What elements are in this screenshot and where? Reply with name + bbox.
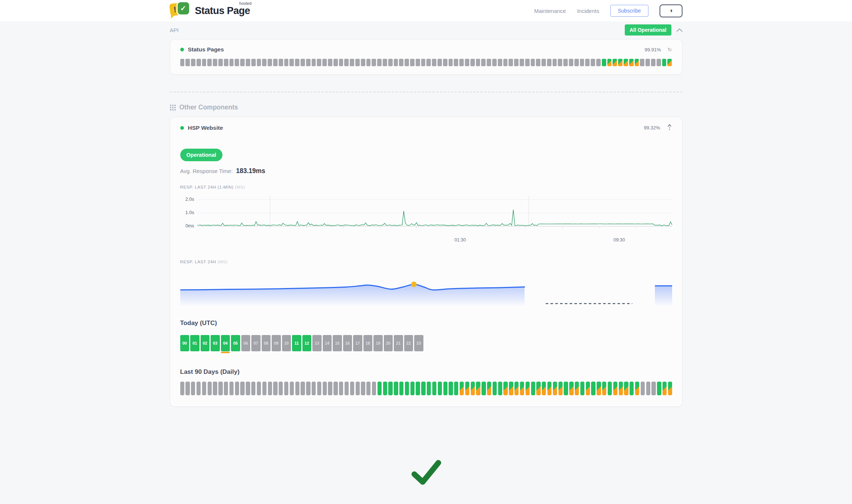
uptime-bar-nodata[interactable] — [492, 59, 497, 66]
uptime-bar-degraded[interactable] — [553, 382, 557, 395]
uptime-bar-operational[interactable] — [608, 382, 612, 395]
hour-block-08[interactable]: 08 — [262, 335, 271, 351]
uptime-bar-degraded[interactable] — [542, 382, 546, 395]
uptime-bar-nodata[interactable] — [372, 382, 376, 395]
uptime-bar-nodata[interactable] — [651, 382, 655, 395]
uptime-bar-nodata[interactable] — [591, 59, 595, 66]
hour-block-19[interactable]: 19 — [373, 335, 383, 351]
uptime-bar-nodata[interactable] — [651, 59, 655, 66]
uptime-bar-nodata[interactable] — [279, 382, 283, 395]
uptime-bar-nodata[interactable] — [355, 59, 360, 66]
uptime-bar-degraded[interactable] — [624, 59, 628, 66]
uptime-bar-degraded[interactable] — [471, 382, 475, 395]
uptime-bar-nodata[interactable] — [525, 59, 530, 66]
uptime-bar-nodata[interactable] — [596, 59, 601, 66]
hour-block-09[interactable]: 09 — [272, 335, 281, 351]
uptime-bar-nodata[interactable] — [268, 382, 272, 395]
uptime-bar-nodata[interactable] — [509, 59, 513, 66]
uptime-bar-nodata[interactable] — [399, 59, 403, 66]
uptime-bar-nodata[interactable] — [306, 382, 310, 395]
uptime-bar-degraded[interactable] — [602, 382, 606, 395]
uptime-bar-operational[interactable] — [405, 382, 409, 395]
uptime-bar-degraded[interactable] — [635, 59, 639, 66]
uptime-bar-nodata[interactable] — [301, 382, 305, 395]
uptime-bar-degraded[interactable] — [667, 59, 672, 66]
uptime-bar-nodata[interactable] — [218, 59, 223, 66]
uptime-bar-nodata[interactable] — [197, 382, 201, 395]
uptime-bar-nodata[interactable] — [224, 59, 228, 66]
uptime-bar-nodata[interactable] — [356, 382, 360, 395]
all-operational-badge[interactable]: All Operational — [625, 24, 671, 35]
uptime-bar-nodata[interactable] — [207, 59, 212, 66]
uptime-bar-nodata[interactable] — [322, 59, 327, 66]
hour-block-05[interactable]: 05 — [231, 335, 240, 351]
chevron-up-icon[interactable] — [677, 28, 682, 32]
uptime-bar-nodata[interactable] — [262, 382, 266, 395]
uptime-bar-degraded[interactable] — [613, 382, 617, 395]
uptime-bar-nodata[interactable] — [470, 59, 475, 66]
uptime-bar-nodata[interactable] — [487, 59, 491, 66]
uptime-bar-nodata[interactable] — [541, 59, 546, 66]
uptime-bar-nodata[interactable] — [547, 59, 551, 66]
uptime-bar-nodata[interactable] — [641, 382, 645, 395]
uptime-bar-operational[interactable] — [493, 382, 497, 395]
uptime-bar-operational[interactable] — [443, 382, 447, 395]
uptime-bar-nodata[interactable] — [569, 59, 573, 66]
uptime-bar-nodata[interactable] — [312, 59, 316, 66]
uptime-bar-nodata[interactable] — [301, 59, 305, 66]
uptime-bar-operational[interactable] — [657, 382, 661, 395]
uptime-bar-nodata[interactable] — [339, 382, 343, 395]
uptime-bar-nodata[interactable] — [328, 382, 332, 395]
uptime-bar-operational[interactable] — [662, 59, 667, 66]
uptime-bar-operational[interactable] — [630, 382, 634, 395]
uptime-bar-nodata[interactable] — [246, 59, 250, 66]
uptime-bar-nodata[interactable] — [208, 382, 212, 395]
uptime-bar-nodata[interactable] — [191, 382, 195, 395]
uptime-bar-nodata[interactable] — [405, 59, 409, 66]
hour-block-16[interactable]: 16 — [343, 335, 352, 351]
uptime-bar-nodata[interactable] — [520, 59, 524, 66]
uptime-bar-operational[interactable] — [388, 382, 392, 395]
uptime-bar-operational[interactable] — [498, 382, 502, 395]
uptime-bar-degraded[interactable] — [503, 382, 507, 395]
hour-block-13[interactable]: 13 — [312, 335, 322, 351]
uptime-bar-degraded[interactable] — [575, 382, 579, 395]
uptime-bar-nodata[interactable] — [284, 382, 288, 395]
uptime-bar-degraded[interactable] — [520, 382, 524, 395]
uptime-bar-nodata[interactable] — [536, 59, 540, 66]
uptime-bar-nodata[interactable] — [235, 59, 239, 66]
uptime-bar-degraded[interactable] — [668, 382, 672, 395]
uptime-bar-nodata[interactable] — [235, 382, 239, 395]
uptime-bar-nodata[interactable] — [498, 59, 502, 66]
uptime-bar-degraded[interactable] — [613, 59, 617, 66]
uptime-bar-nodata[interactable] — [345, 382, 349, 395]
uptime-bar-degraded[interactable] — [465, 382, 469, 395]
uptime-bar-degraded[interactable] — [460, 382, 464, 395]
uptime-bar-degraded[interactable] — [547, 382, 551, 395]
uptime-bar-nodata[interactable] — [383, 59, 387, 66]
uptime-bar-nodata[interactable] — [377, 59, 382, 66]
uptime-bar-degraded[interactable] — [597, 382, 601, 395]
uptime-bar-nodata[interactable] — [306, 59, 311, 66]
uptime-bar-nodata[interactable] — [257, 382, 261, 395]
uptime-bar-nodata[interactable] — [372, 59, 376, 66]
hour-block-21[interactable]: 21 — [394, 335, 403, 351]
uptime-bar-nodata[interactable] — [191, 59, 195, 66]
uptime-bar-nodata[interactable] — [317, 59, 321, 66]
uptime-bar-operational[interactable] — [421, 382, 425, 395]
uptime-bar-degraded[interactable] — [487, 382, 491, 395]
hour-block-00[interactable]: 00 — [180, 335, 189, 351]
hour-block-22[interactable]: 22 — [404, 335, 413, 351]
uptime-bar-nodata[interactable] — [410, 59, 415, 66]
uptime-bar-operational[interactable] — [416, 382, 420, 395]
uptime-bar-operational[interactable] — [482, 382, 486, 395]
uptime-bar-degraded[interactable] — [624, 382, 628, 395]
uptime-bar-nodata[interactable] — [180, 59, 185, 66]
hour-block-10[interactable]: 10 — [282, 335, 291, 351]
uptime-bar-nodata[interactable] — [646, 382, 650, 395]
uptime-bar-operational[interactable] — [531, 382, 535, 395]
uptime-bar-nodata[interactable] — [503, 59, 508, 66]
hour-block-11[interactable]: 11 — [292, 335, 301, 351]
uptime-bar-degraded[interactable] — [607, 59, 612, 66]
uptime-bar-nodata[interactable] — [437, 59, 442, 66]
